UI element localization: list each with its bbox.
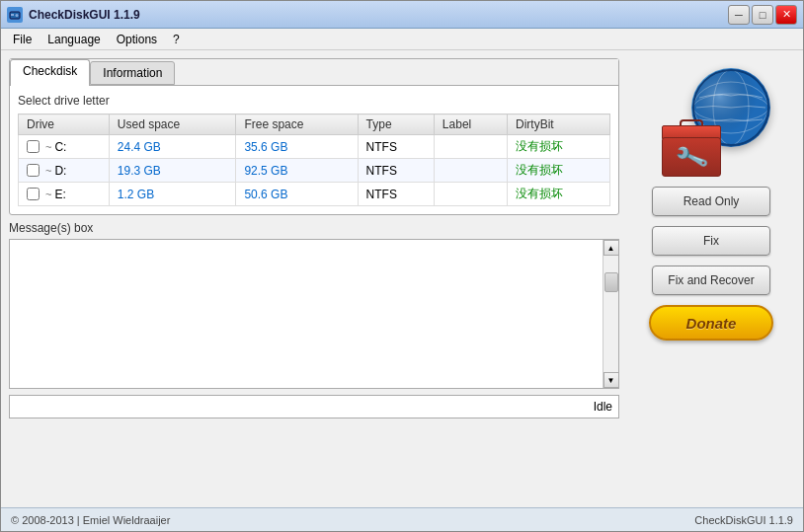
drive-letter: C: — [54, 140, 66, 154]
svg-rect-1 — [11, 14, 14, 16]
type-cell: NTFS — [358, 183, 434, 206]
menu-options[interactable]: Options — [109, 31, 165, 48]
content-area: Checkdisk Information Select drive lette… — [1, 50, 803, 507]
tab-information[interactable]: Information — [90, 61, 175, 85]
drive-cell[interactable]: ~ D: — [19, 159, 110, 183]
maximize-button[interactable]: □ — [752, 5, 773, 25]
label-cell — [434, 183, 507, 206]
fix-and-recover-button[interactable]: Fix and Recover — [652, 266, 770, 295]
drive-letter: E: — [54, 188, 65, 201]
dirty-bit-cell: 没有损坏 — [508, 183, 610, 206]
tab-bar: Checkdisk Information — [10, 59, 618, 86]
drive-table: Drive Used space Free space Type Label D… — [18, 114, 610, 206]
window-controls: ─ □ ✕ — [728, 5, 797, 25]
menu-language[interactable]: Language — [40, 31, 108, 48]
tab-container: Checkdisk Information Select drive lette… — [9, 58, 619, 215]
tab-content: Select drive letter Drive Used space Fre… — [10, 86, 618, 214]
messages-content-area — [10, 240, 603, 388]
fix-button[interactable]: Fix — [652, 226, 770, 256]
menu-file[interactable]: File — [5, 31, 40, 48]
free-space-cell: 50.6 GB — [236, 183, 358, 206]
dirty-bit-cell: 没有损坏 — [508, 135, 610, 159]
type-cell: NTFS — [358, 159, 434, 183]
scroll-down-button[interactable]: ▼ — [603, 372, 619, 388]
app-graphic: 🔧 — [652, 68, 770, 177]
drive-checkbox[interactable] — [27, 140, 40, 153]
dirty-bit-cell: 没有损坏 — [508, 159, 610, 183]
table-row[interactable]: ~ C: 24.4 GB 35.6 GB NTFS 没有损坏 — [19, 135, 610, 159]
used-space-cell: 1.2 GB — [109, 183, 236, 206]
label-cell — [434, 159, 507, 183]
drive-checkbox[interactable] — [27, 164, 40, 177]
menu-help[interactable]: ? — [165, 31, 188, 48]
free-space-cell: 92.5 GB — [236, 159, 358, 183]
donate-button[interactable]: Donate — [649, 305, 773, 341]
table-row[interactable]: ~ D: 19.3 GB 92.5 GB NTFS 没有损坏 — [19, 159, 610, 183]
read-only-button[interactable]: Read Only — [652, 187, 770, 216]
title-bar: CheckDiskGUI 1.1.9 ─ □ ✕ — [1, 1, 803, 29]
main-window: CheckDiskGUI 1.1.9 ─ □ ✕ File Language O… — [0, 0, 804, 532]
window-title: CheckDiskGUI 1.1.9 — [29, 8, 728, 22]
col-label: Label — [434, 114, 507, 135]
drive-cell[interactable]: ~ E: — [19, 183, 110, 206]
status-text: Idle — [594, 400, 612, 414]
used-space-cell: 19.3 GB — [109, 159, 236, 183]
col-used-space: Used space — [109, 114, 236, 135]
col-type: Type — [358, 114, 434, 135]
type-cell: NTFS — [358, 135, 434, 159]
messages-section: Message(s) box ▲ ▼ — [9, 221, 619, 389]
version-text: CheckDiskGUI 1.1.9 — [694, 514, 793, 526]
drive-letter: D: — [54, 164, 66, 178]
footer: © 2008-2013 | Emiel Wieldraaijer CheckDi… — [1, 507, 803, 531]
label-cell — [434, 135, 507, 159]
minimize-button[interactable]: ─ — [728, 5, 750, 25]
app-icon — [7, 7, 23, 23]
messages-wrapper: ▲ ▼ — [9, 239, 619, 389]
tab-checkdisk[interactable]: Checkdisk — [10, 59, 90, 86]
svg-point-2 — [16, 14, 19, 17]
scrollbar-thumb[interactable] — [604, 272, 618, 292]
drive-checkbox[interactable] — [27, 188, 40, 200]
right-panel: 🔧 Read Only Fix Fix and Recover Donate — [627, 58, 795, 499]
close-button[interactable]: ✕ — [775, 5, 797, 25]
drive-section-label: Select drive letter — [18, 94, 610, 108]
drive-cell[interactable]: ~ C: — [19, 135, 110, 159]
col-free-space: Free space — [236, 114, 358, 135]
col-dirtybit: DirtyBit — [508, 114, 610, 135]
scroll-up-button[interactable]: ▲ — [603, 240, 619, 256]
col-drive: Drive — [19, 114, 110, 135]
scrollbar[interactable]: ▲ ▼ — [603, 240, 618, 388]
copyright-text: © 2008-2013 | Emiel Wieldraaijer — [11, 514, 170, 526]
menu-bar: File Language Options ? — [1, 29, 803, 50]
table-row[interactable]: ~ E: 1.2 GB 50.6 GB NTFS 没有损坏 — [19, 183, 610, 206]
status-bar: Idle — [9, 395, 619, 418]
used-space-cell: 24.4 GB — [109, 135, 236, 159]
free-space-cell: 35.6 GB — [236, 135, 358, 159]
left-panel: Checkdisk Information Select drive lette… — [9, 58, 619, 499]
messages-label: Message(s) box — [9, 221, 619, 235]
